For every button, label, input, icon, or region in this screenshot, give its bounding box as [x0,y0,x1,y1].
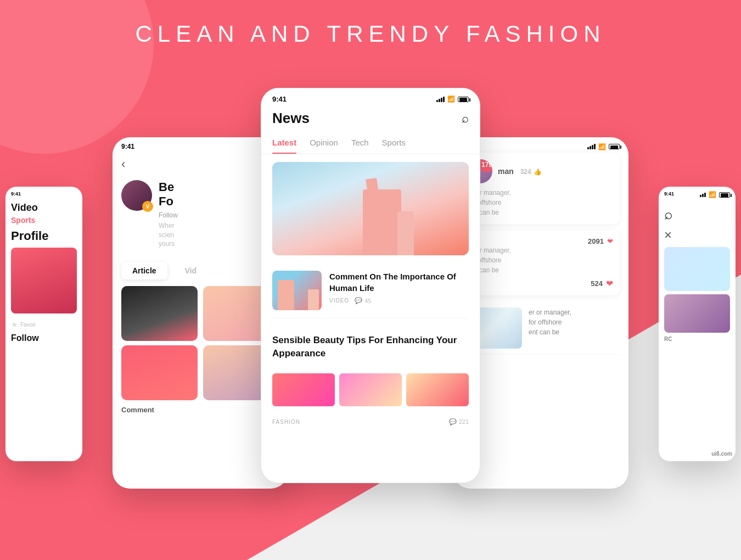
sports-label[interactable]: Sports [11,216,77,225]
profile-label: Profile [11,229,77,243]
star-icon: ★ [11,320,18,329]
news-card-2[interactable]: Sensible Beauty Tips For Enhancing Your … [272,318,469,435]
far-right-img-1 [664,247,730,291]
room-card[interactable]: er or manager, for offshore ent can be [462,302,620,355]
left-img-1[interactable] [121,345,198,400]
status-bar-far-right: 9:41 📶 [659,187,736,199]
room-desc: er or manager, for offshore ent can be [529,307,620,337]
page-title: CLEAN AND TRENDY FASHION [0,21,741,47]
author-badge: V [142,201,153,212]
social-card-2[interactable]: 2091 ❤ er or manager, for offshore ent c… [462,231,620,295]
far-right-content: ⌕ × RC [659,199,736,344]
article-meta: FASHION 💬 221 [272,414,469,428]
social-likes-2: 524 ❤ [468,278,613,289]
star-row: ★ Favori [11,318,77,331]
battery-icon [458,97,469,102]
battery-far-right [719,192,730,198]
article-1-title: Comment On The Importance Of Human Life [329,271,469,294]
news-content: Comment On The Importance Of Human Life … [261,154,480,435]
wifi-icon: 📶 [447,96,455,103]
thumb-image-1 [272,271,322,310]
social-text-1: man 324 👍 [498,167,613,176]
news-card-1[interactable]: Comment On The Importance Of Human Life … [272,263,469,318]
news-thumb-1 [272,271,322,310]
like-icon-2: ❤ [606,278,613,289]
tab-latest[interactable]: Latest [272,133,296,154]
signal-icon-right [587,144,596,149]
hero-image[interactable] [272,162,469,255]
author-avatar: V [121,180,152,211]
video-thumb-1[interactable]: 17'50" [121,286,198,341]
social-row-1: 179 man 324 👍 [468,159,613,183]
article-2-title: Sensible Beauty Tips For Enhancing Your … [272,326,469,366]
far-left-phone: 9:41 Video Sports Profile ★ Favori Follo… [5,187,82,461]
wifi-icon-right: 📶 [598,143,606,150]
tab-tech[interactable]: Tech [351,133,369,154]
far-left-content: Video Sports Profile ★ Favori Follow [5,198,82,345]
status-time-far-left: 9:41 [11,191,21,197]
watermark-text: RC [664,336,730,342]
search-icon-large[interactable]: ⌕ [664,206,730,223]
social-desc-1: er or manager, for offshore ent can be [468,188,613,217]
building-side [397,211,414,255]
news-card-text-1: Comment On The Importance Of Human Life … [329,271,469,310]
comment-icon: 💬 [355,297,362,304]
likes-count-2: 524 [591,279,603,288]
news-meta-1: VIDEO 💬 45 [329,297,469,304]
notification-badge: 179 [479,159,492,172]
article-img-2 [339,373,402,406]
article-2-tag: FASHION [272,419,300,425]
article-images [272,373,469,406]
toggle-video[interactable]: Vid [174,262,208,279]
follow-label: Follow [11,333,77,343]
comment-icon-2: 💬 [449,418,457,425]
like-icon-1: ❤ [607,237,613,245]
article-img-1 [272,373,335,406]
status-icons-right: 📶 [587,143,620,150]
status-icons-far-right: 📶 [700,191,730,198]
far-right-phone: 9:41 📶 ⌕ × RC ui8.com [659,187,736,461]
search-button[interactable]: ⌕ [462,111,469,126]
back-button[interactable]: ‹ [121,157,125,171]
social-desc-2: er or manager, for offshore ent can be [468,245,613,275]
article-img-3 [406,373,469,406]
signal-icon [436,97,445,102]
status-time-far-right: 9:41 [664,191,674,198]
wifi-far-right: 📶 [709,191,716,198]
far-right-img-2 [664,294,730,333]
article-1-comments: 💬 45 [355,297,371,304]
status-bar-center: 9:41 📶 [261,88,480,105]
battery-icon-right [609,144,620,149]
tab-opinion[interactable]: Opinion [310,133,338,154]
social-count: 324 [520,168,531,176]
toggle-article[interactable]: Article [121,262,167,279]
signal-far-right [700,193,706,197]
status-bar-far-left: 9:41 [5,187,82,198]
far-left-img [11,248,77,313]
likes-count-1: 2091 [588,237,604,245]
status-icons-center: 📶 [436,96,469,103]
app-header: News ⌕ [261,105,480,133]
hero-image-inner [272,162,469,255]
center-phone: 9:41 📶 News ⌕ Latest Opinion Tech Sports [261,88,480,483]
room-text: er or manager, for offshore ent can be [529,307,620,337]
social-likes-1: 2091 ❤ [468,237,613,245]
article-1-tag: VIDEO [329,298,349,304]
status-time-center: 9:41 [272,95,287,103]
social-name: man 324 👍 [498,167,613,176]
watermark: ui8.com [711,451,732,457]
img-inner [11,248,77,313]
tabs-row: Latest Opinion Tech Sports [261,133,480,154]
article-2-comments: 💬 221 [449,418,469,425]
social-card-1[interactable]: 179 man 324 👍 er or manager, for offshor… [462,153,620,224]
like-icon-sm: 👍 [534,168,542,176]
video-label: Video [11,200,77,216]
status-time-left: 9:41 [121,143,134,150]
app-title: News [272,110,310,127]
close-button-large[interactable]: × [664,227,730,243]
favorite-label: Favori [20,322,36,328]
tab-sports[interactable]: Sports [382,133,406,154]
